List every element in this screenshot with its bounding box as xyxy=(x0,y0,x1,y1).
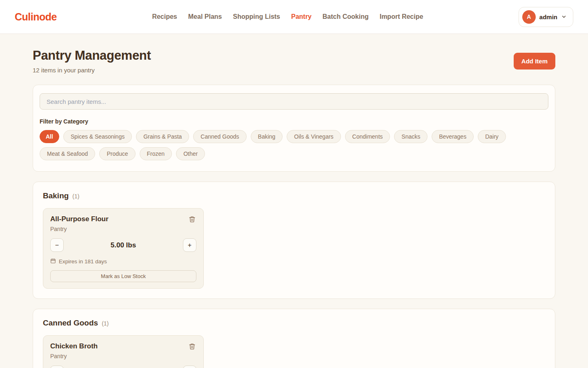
filter-chip-other[interactable]: Other xyxy=(176,147,205,160)
category-filter-chips: All Spices & Seasonings Grains & Pasta C… xyxy=(40,130,548,160)
add-item-button[interactable]: Add Item xyxy=(514,53,555,70)
quantity-stepper: − 5.00 lbs + xyxy=(50,238,196,252)
quantity-increase-button[interactable]: + xyxy=(183,366,196,368)
section-title: Baking xyxy=(43,191,69,200)
quantity-decrease-button[interactable]: − xyxy=(50,366,64,368)
filter-chip-produce[interactable]: Produce xyxy=(99,147,135,160)
filter-label: Filter by Category xyxy=(40,118,548,125)
filter-chip-canned-goods[interactable]: Canned Goods xyxy=(193,130,246,143)
category-section-canned-goods: Canned Goods (1) Chicken Broth Pantry − … xyxy=(33,309,555,368)
avatar: A xyxy=(522,10,536,24)
quantity-value: 5.00 lbs xyxy=(111,241,136,249)
item-location: Pantry xyxy=(50,226,196,232)
user-name: admin xyxy=(539,13,557,20)
expiry-text: Expires in 181 days xyxy=(59,258,107,265)
quantity-stepper: − 4.00 cans + xyxy=(50,366,196,368)
section-header: Baking (1) xyxy=(43,191,545,200)
filter-chip-snacks[interactable]: Snacks xyxy=(394,130,428,143)
search-input[interactable] xyxy=(40,93,548,110)
trash-icon xyxy=(189,218,196,224)
section-count: (1) xyxy=(102,320,109,327)
quantity-decrease-button[interactable]: − xyxy=(50,238,64,252)
calendar-icon xyxy=(50,258,56,265)
top-navigation-bar: Culinode Recipes Meal Plans Shopping Lis… xyxy=(0,0,588,34)
trash-icon xyxy=(189,345,196,351)
filter-chip-beverages[interactable]: Beverages xyxy=(432,130,474,143)
item-name: Chicken Broth xyxy=(50,342,98,350)
filter-chip-baking[interactable]: Baking xyxy=(251,130,283,143)
nav-item-recipes[interactable]: Recipes xyxy=(152,13,177,20)
item-name: All-Purpose Flour xyxy=(50,215,109,223)
pantry-page: Pantry Management 12 items in your pantr… xyxy=(33,48,555,368)
filter-chip-grains-pasta[interactable]: Grains & Pasta xyxy=(136,130,189,143)
filter-chip-oils-vinegars[interactable]: Oils & Vinegars xyxy=(287,130,341,143)
page-title: Pantry Management xyxy=(33,48,151,63)
pantry-item-card-all-purpose-flour: All-Purpose Flour Pantry − 5.00 lbs + xyxy=(43,208,204,289)
chevron-down-icon xyxy=(561,14,567,20)
expiry-info: Expires in 181 days xyxy=(50,258,196,265)
mark-low-stock-button[interactable]: Mark as Low Stock xyxy=(50,270,196,282)
filter-chip-all[interactable]: All xyxy=(40,130,59,143)
quantity-increase-button[interactable]: + xyxy=(183,238,196,252)
filter-chip-dairy[interactable]: Dairy xyxy=(478,130,506,143)
pantry-item-count: 12 items in your pantry xyxy=(33,67,151,74)
nav-item-meal-plans[interactable]: Meal Plans xyxy=(188,13,222,20)
category-section-baking: Baking (1) All-Purpose Flour Pantry − 5.… xyxy=(33,182,555,299)
items-grid: All-Purpose Flour Pantry − 5.00 lbs + xyxy=(43,208,545,289)
nav-item-shopping-lists[interactable]: Shopping Lists xyxy=(233,13,280,20)
main-nav: Recipes Meal Plans Shopping Lists Pantry… xyxy=(152,13,423,20)
section-title: Canned Goods xyxy=(43,319,98,328)
delete-item-button[interactable] xyxy=(188,342,196,351)
section-header: Canned Goods (1) xyxy=(43,319,545,328)
search-filter-panel: Filter by Category All Spices & Seasonin… xyxy=(33,85,555,172)
nav-item-batch-cooking[interactable]: Batch Cooking xyxy=(323,13,369,20)
items-grid: Chicken Broth Pantry − 4.00 cans + xyxy=(43,335,545,368)
brand-logo[interactable]: Culinode xyxy=(15,11,57,23)
user-menu[interactable]: A admin xyxy=(519,7,573,27)
filter-chip-frozen[interactable]: Frozen xyxy=(140,147,172,160)
filter-chip-spices-seasonings[interactable]: Spices & Seasonings xyxy=(63,130,132,143)
delete-item-button[interactable] xyxy=(188,215,196,224)
item-location: Pantry xyxy=(50,353,196,359)
pantry-item-card-chicken-broth: Chicken Broth Pantry − 4.00 cans + xyxy=(43,335,204,368)
nav-item-import-recipe[interactable]: Import Recipe xyxy=(380,13,423,20)
filter-chip-meat-seafood[interactable]: Meat & Seafood xyxy=(40,147,95,160)
page-header: Pantry Management 12 items in your pantr… xyxy=(33,48,555,74)
section-count: (1) xyxy=(72,193,79,200)
nav-item-pantry[interactable]: Pantry xyxy=(291,13,312,20)
filter-chip-condiments[interactable]: Condiments xyxy=(345,130,390,143)
